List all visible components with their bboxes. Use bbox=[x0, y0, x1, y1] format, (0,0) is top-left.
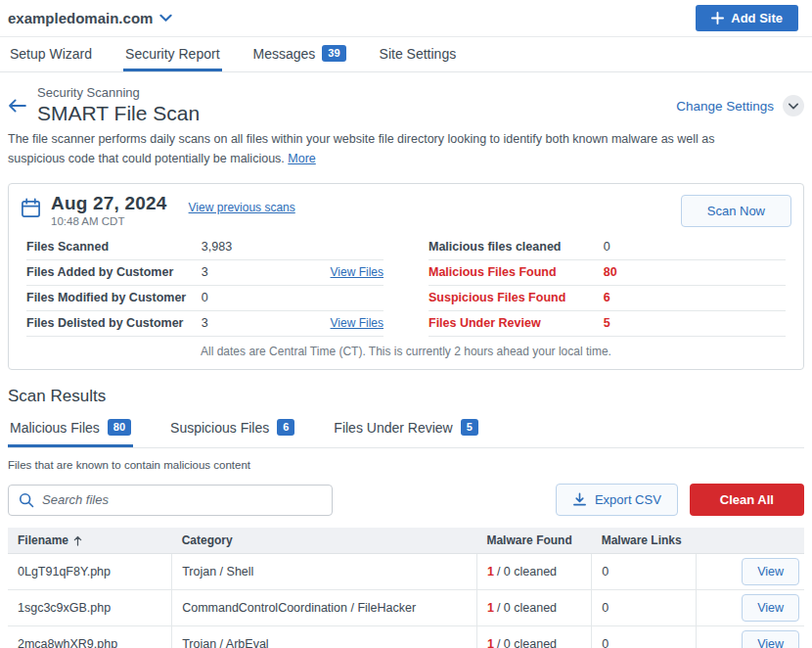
feature-description: The file scanner performs daily scans on… bbox=[8, 130, 766, 168]
page-title: SMART File Scan bbox=[37, 102, 200, 125]
stat-files-added: Files Added by Customer 3 View Files bbox=[26, 260, 383, 286]
malware-links-cell: 0 bbox=[592, 626, 697, 648]
scan-summary-card: Aug 27, 2024 10:48 AM CDT View previous … bbox=[8, 183, 804, 370]
change-settings-link[interactable]: Change Settings bbox=[676, 99, 774, 114]
tab-label: Setup Wizard bbox=[10, 46, 92, 62]
sort-ascending-icon bbox=[73, 535, 82, 546]
main-nav: Setup Wizard Security Report Messages 39… bbox=[0, 37, 812, 72]
export-csv-button[interactable]: Export CSV bbox=[556, 484, 678, 516]
timezone-note: All dates are Central Time (CT). This is… bbox=[21, 337, 791, 365]
category-cell: Trojan / ArbEval bbox=[172, 626, 477, 648]
view-button[interactable]: View bbox=[742, 594, 799, 622]
tab-label: Security Report bbox=[125, 46, 219, 62]
search-input[interactable] bbox=[42, 492, 322, 507]
malware-links-cell: 0 bbox=[592, 554, 697, 590]
tab-suspicious-files[interactable]: Suspicious Files 6 bbox=[168, 415, 296, 447]
view-files-link[interactable]: View Files bbox=[331, 316, 383, 330]
tab-files-under-review[interactable]: Files Under Review 5 bbox=[332, 415, 480, 447]
header-label: Filename bbox=[18, 533, 68, 547]
view-files-link[interactable]: View Files bbox=[331, 265, 383, 279]
column-header-category[interactable]: Category bbox=[172, 528, 477, 554]
table-row: 1sgc3c9xGB.php CommandControlCoordinatio… bbox=[8, 590, 804, 626]
stat-files-scanned: Files Scanned 3,983 bbox=[26, 235, 383, 260]
stats-right-column: Malicious files cleaned 0 Malicious File… bbox=[429, 235, 786, 337]
column-header-filename[interactable]: Filename bbox=[8, 528, 172, 554]
view-previous-scans-link[interactable]: View previous scans bbox=[189, 201, 295, 214]
tab-label: Site Settings bbox=[380, 46, 457, 62]
tab-malicious-files[interactable]: Malicious Files 80 bbox=[8, 415, 133, 447]
stat-value: 6 bbox=[604, 291, 786, 304]
results-heading: Scan Results bbox=[8, 387, 804, 406]
results-toolbar: Export CSV Clean All bbox=[8, 484, 804, 516]
page-header: Security Scanning SMART File Scan Change… bbox=[8, 85, 804, 125]
domain-name: exampledomain.com bbox=[8, 10, 153, 26]
cleaned-count: / 0 cleaned bbox=[497, 601, 557, 615]
filename-cell: 2mca8whXR9.php bbox=[8, 626, 172, 648]
under-review-count-badge: 5 bbox=[461, 419, 478, 436]
stat-label: Malicious Files Found bbox=[429, 265, 604, 279]
add-site-label: Add Site bbox=[731, 11, 783, 25]
back-arrow-icon bbox=[8, 99, 26, 113]
tab-site-settings[interactable]: Site Settings bbox=[378, 37, 459, 71]
stat-files-delisted: Files Delisted by Customer 3 View Files bbox=[26, 311, 383, 337]
stat-malicious-cleaned: Malicious files cleaned 0 bbox=[429, 235, 786, 260]
column-header-malware-links[interactable]: Malware Links bbox=[592, 528, 697, 554]
column-header-malware-found[interactable]: Malware Found bbox=[476, 528, 591, 554]
chevron-down-icon bbox=[159, 14, 172, 23]
download-icon bbox=[572, 492, 587, 507]
header-label: Malware Links bbox=[602, 533, 682, 547]
malicious-files-table: Filename Category Malware Found Malware … bbox=[8, 528, 804, 648]
cleaned-count: / 0 cleaned bbox=[497, 565, 557, 579]
malware-links-cell: 0 bbox=[592, 590, 697, 626]
view-button[interactable]: View bbox=[742, 558, 799, 585]
change-settings-expander[interactable] bbox=[783, 95, 804, 116]
search-box[interactable] bbox=[8, 485, 333, 516]
domain-selector[interactable]: exampledomain.com bbox=[8, 10, 172, 26]
section-eyebrow: Security Scanning bbox=[37, 85, 200, 100]
stat-under-review: Files Under Review 5 bbox=[429, 311, 786, 337]
actions-cell: View bbox=[696, 590, 804, 626]
tab-setup-wizard[interactable]: Setup Wizard bbox=[8, 37, 94, 71]
export-csv-label: Export CSV bbox=[595, 492, 661, 507]
stat-value: 5 bbox=[604, 316, 786, 330]
malicious-count-badge: 80 bbox=[108, 419, 131, 436]
stat-files-modified: Files Modified by Customer 0 bbox=[26, 286, 383, 311]
header-label: Malware Found bbox=[486, 533, 571, 547]
cleaned-count: / 0 cleaned bbox=[497, 637, 557, 648]
clean-all-button[interactable]: Clean All bbox=[690, 484, 804, 516]
results-tabs: Malicious Files 80 Suspicious Files 6 Fi… bbox=[8, 415, 804, 448]
add-site-button[interactable]: Add Site bbox=[696, 5, 798, 31]
malware-found-cell: 1/ 0 cleaned bbox=[476, 626, 591, 648]
stat-value: 0 bbox=[604, 240, 786, 254]
stat-label: Files Under Review bbox=[429, 316, 604, 330]
actions-cell: View bbox=[696, 626, 804, 648]
chevron-down-icon bbox=[789, 103, 798, 110]
messages-count-badge: 39 bbox=[322, 45, 345, 62]
view-button[interactable]: View bbox=[742, 630, 799, 648]
stat-label: Malicious files cleaned bbox=[429, 240, 604, 254]
back-button[interactable] bbox=[8, 97, 26, 125]
category-cell: Trojan / Shell bbox=[172, 554, 477, 590]
filename-cell: 1sgc3c9xGB.php bbox=[8, 590, 172, 626]
more-link[interactable]: More bbox=[288, 152, 315, 165]
tab-messages[interactable]: Messages 39 bbox=[251, 37, 348, 71]
malware-count: 1 bbox=[487, 601, 494, 615]
suspicious-count-badge: 6 bbox=[277, 419, 294, 436]
malware-found-cell: 1/ 0 cleaned bbox=[476, 554, 591, 590]
tab-label: Messages bbox=[253, 46, 316, 62]
stat-malicious-found: Malicious Files Found 80 bbox=[429, 260, 786, 286]
topbar: exampledomain.com Add Site bbox=[0, 0, 812, 37]
table-row: 0LgT91qF8Y.php Trojan / Shell 1/ 0 clean… bbox=[8, 554, 804, 590]
stat-value: 0 bbox=[202, 291, 383, 304]
stat-value: 3 bbox=[202, 265, 331, 279]
malware-count: 1 bbox=[487, 637, 494, 648]
scan-now-button[interactable]: Scan Now bbox=[681, 195, 791, 227]
stats-left-column: Files Scanned 3,983 Files Added by Custo… bbox=[26, 235, 383, 337]
scan-stats: Files Scanned 3,983 Files Added by Custo… bbox=[21, 235, 791, 337]
tab-security-report[interactable]: Security Report bbox=[123, 37, 221, 71]
calendar-icon bbox=[21, 198, 41, 218]
stat-value: 80 bbox=[604, 265, 786, 279]
tab-label: Malicious Files bbox=[10, 420, 100, 436]
results-subtitle: Files that are known to contain maliciou… bbox=[8, 459, 804, 471]
stat-value: 3,983 bbox=[202, 240, 383, 254]
